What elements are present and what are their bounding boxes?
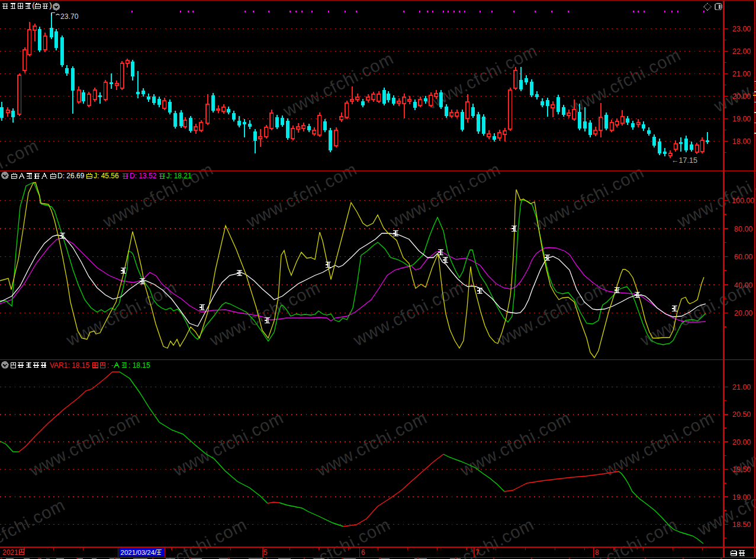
svg-text:19.50: 19.50 bbox=[732, 465, 751, 474]
svg-text:60.00: 60.00 bbox=[734, 253, 752, 261]
svg-text:23.70: 23.70 bbox=[60, 12, 79, 21]
svg-text:6: 6 bbox=[361, 548, 365, 557]
svg-text:23.00: 23.00 bbox=[732, 25, 751, 33]
svg-text:J: 18.21: J: 18.21 bbox=[166, 172, 192, 180]
svg-text:5: 5 bbox=[263, 548, 268, 557]
svg-text:(: ( bbox=[32, 1, 35, 9]
svg-text:2021/03/24/: 2021/03/24/ bbox=[121, 549, 157, 556]
svg-text:19.00: 19.00 bbox=[732, 493, 751, 502]
svg-text:www.cfchi.com: www.cfchi.com bbox=[567, 45, 684, 117]
svg-text:20.00: 20.00 bbox=[732, 438, 751, 446]
svg-text:18.50: 18.50 bbox=[732, 521, 751, 529]
svg-text:19.00: 19.00 bbox=[732, 115, 751, 123]
svg-text:←17.15: ←17.15 bbox=[671, 156, 697, 165]
svg-text:20.50: 20.50 bbox=[732, 410, 751, 419]
svg-text:D: 26.69: D: 26.69 bbox=[57, 172, 85, 180]
svg-text:J: 45.56: J: 45.56 bbox=[94, 172, 119, 180]
svg-text:: 18.15: : 18.15 bbox=[128, 361, 150, 370]
svg-text:: -: : - bbox=[107, 361, 114, 370]
svg-text:www.cfchi.com: www.cfchi.com bbox=[279, 49, 397, 121]
svg-text:www.cfchi.com: www.cfchi.com bbox=[350, 278, 467, 350]
svg-text:20.00: 20.00 bbox=[734, 309, 752, 317]
svg-text:www.cfchi.com: www.cfchi.com bbox=[169, 408, 287, 480]
svg-text:www.cfchi.com: www.cfchi.com bbox=[26, 408, 143, 480]
svg-text:www.cfchi.com: www.cfchi.com bbox=[276, 515, 394, 559]
svg-text:VAR1: 18.15: VAR1: 18.15 bbox=[50, 361, 89, 370]
svg-text:18.00: 18.00 bbox=[732, 137, 751, 146]
svg-text:7: 7 bbox=[475, 548, 480, 557]
svg-text:2021: 2021 bbox=[2, 548, 18, 557]
svg-text:): ) bbox=[50, 1, 52, 9]
svg-text:www.cfchi.com: www.cfchi.com bbox=[99, 159, 217, 232]
svg-text:www.cfchi.com: www.cfchi.com bbox=[530, 162, 647, 234]
svg-text:www.cfchi.com: www.cfchi.com bbox=[674, 159, 756, 232]
svg-text:www.cfchi.com: www.cfchi.com bbox=[0, 136, 41, 208]
svg-text:22.00: 22.00 bbox=[732, 47, 751, 56]
svg-text:www.cfchi.com: www.cfchi.com bbox=[243, 159, 360, 232]
svg-text:21.00: 21.00 bbox=[732, 383, 751, 391]
svg-text:www.cfchi.com: www.cfchi.com bbox=[206, 278, 323, 350]
svg-text:8: 8 bbox=[595, 548, 599, 557]
svg-text:80.00: 80.00 bbox=[734, 225, 752, 233]
svg-text:D: 13.52: D: 13.52 bbox=[130, 172, 157, 180]
svg-text:www.cfchi.com: www.cfchi.com bbox=[387, 159, 504, 232]
svg-text:20.00: 20.00 bbox=[732, 92, 751, 101]
svg-text:21.00: 21.00 bbox=[732, 70, 751, 78]
svg-text:40.00: 40.00 bbox=[734, 281, 752, 290]
svg-text:www.cfchi.com: www.cfchi.com bbox=[564, 515, 681, 559]
svg-text:100.00: 100.00 bbox=[732, 197, 754, 205]
